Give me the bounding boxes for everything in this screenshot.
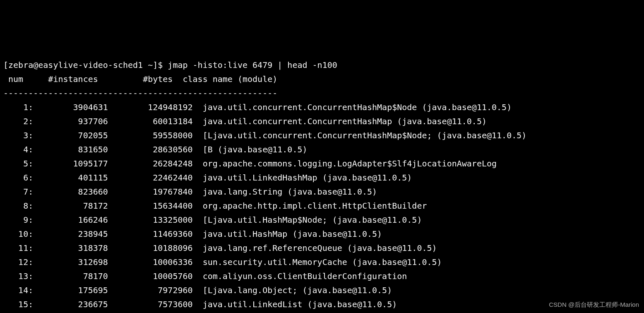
watermark-text: CSDN @后台研发工程师-Marion xyxy=(549,299,639,310)
terminal-output[interactable]: [zebra@easylive-video-sched1 ~]$ jmap -h… xyxy=(0,56,644,313)
